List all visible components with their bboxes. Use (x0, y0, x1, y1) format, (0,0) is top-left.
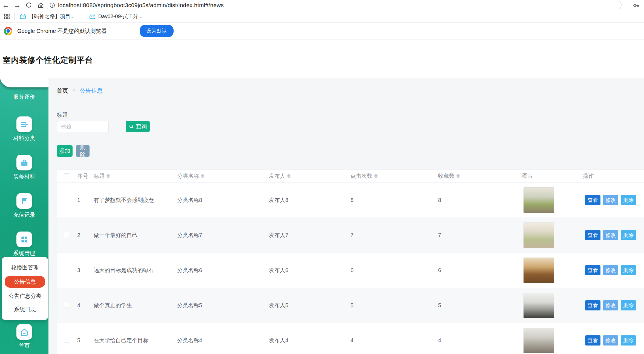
sort-caret-icon[interactable] (374, 174, 378, 178)
cell-publisher: 发布人8 (269, 196, 350, 204)
briefcase-icon[interactable] (16, 155, 32, 170)
sort-caret-icon[interactable] (201, 174, 204, 178)
sidebar-item-label: 服务评价 (13, 93, 35, 101)
sidebar-item-label: 首页 (19, 342, 30, 350)
row-checkbox[interactable] (64, 267, 69, 272)
cell-actions: 查看 修改 删除 (583, 300, 644, 310)
table-header-cell[interactable]: 序号 (77, 172, 94, 180)
row-photo (524, 293, 554, 318)
edit-button[interactable]: 修改 (603, 300, 618, 310)
view-button[interactable]: 查看 (585, 195, 600, 205)
sort-caret-icon[interactable] (456, 174, 460, 178)
sidebar-item-1[interactable]: 服务评价 (0, 91, 48, 101)
submenu-item[interactable]: 轮播图管理 (2, 261, 48, 274)
sidebar-item-label: 充值记录 (13, 211, 35, 219)
edit-button[interactable]: 修改 (603, 230, 618, 240)
sidebar-item-2[interactable]: 材料分类 (0, 116, 48, 142)
cell-favorites: 7 (438, 232, 522, 238)
row-delete-button[interactable]: 删除 (621, 195, 636, 205)
cell-index: 3 (77, 267, 94, 273)
sidebar-item-3[interactable]: 装修材料 (0, 155, 48, 180)
row-checkbox[interactable] (64, 197, 69, 202)
table-header-row: 序号 标题 分类名称 发布人 点击次数 收藏数 (57, 170, 644, 183)
sort-caret-icon[interactable] (287, 174, 291, 178)
row-delete-button[interactable]: 删除 (621, 300, 636, 310)
search-input[interactable] (57, 121, 109, 132)
table-header-cell[interactable]: 标题 (94, 172, 177, 180)
table-header-cell[interactable]: 操作 (583, 172, 644, 180)
table-header-cell[interactable]: 图片 (522, 172, 583, 180)
table-toolbar: 添加 删除 (57, 145, 644, 157)
header-label: 操作 (583, 172, 594, 180)
sidebar-item-home[interactable]: 首页 (0, 324, 48, 350)
sidebar-submenu: 轮播图管理 公告信息 公告信息分类 系统日志 (2, 257, 48, 320)
table-header-cell[interactable]: 发布人 (269, 172, 350, 180)
cell-title: 远大的目标是成功的磁石 (94, 267, 177, 274)
cell-category: 分类名称7 (177, 232, 269, 239)
cell-actions: 查看 修改 删除 (583, 195, 644, 205)
breadcrumb-current[interactable]: 公告信息 (80, 87, 103, 95)
cell-actions: 查看 修改 删除 (583, 230, 644, 240)
view-button[interactable]: 查看 (585, 335, 600, 346)
banner-text: Google Chrome 不是您的默认浏览器 (17, 27, 107, 35)
bookmarks-separator (14, 13, 15, 20)
cell-clicks: 5 (350, 302, 438, 309)
sidebar-item-4[interactable]: 充值记录 (0, 193, 48, 219)
view-button[interactable]: 查看 (585, 300, 600, 310)
search-button[interactable]: 查询 (126, 121, 150, 132)
delete-button[interactable]: 删除 (76, 145, 90, 157)
edit-button[interactable]: 修改 (603, 265, 618, 275)
cell-clicks: 4 (350, 337, 438, 344)
row-checkbox[interactable] (64, 232, 69, 237)
breadcrumb-root[interactable]: 首页 (57, 87, 68, 95)
grid-icon[interactable] (16, 232, 32, 247)
cell-category: 分类名称4 (177, 337, 269, 344)
cell-category: 分类名称6 (177, 267, 269, 274)
sort-caret-icon[interactable] (107, 174, 110, 178)
list-icon[interactable] (16, 116, 32, 132)
bookmark-item[interactable]: 【码神之路】项目... (19, 13, 75, 20)
table-header-cell[interactable]: 分类名称 (177, 172, 269, 180)
submenu-item[interactable]: 公告信息分类 (2, 289, 48, 303)
table-header-cell[interactable]: 点击次数 (350, 172, 438, 180)
bookmark-label: 【码神之路】项目... (29, 13, 75, 20)
key-icon[interactable] (633, 2, 640, 9)
select-all-checkbox[interactable] (64, 173, 69, 179)
sidebar-item-5[interactable]: 系统管理 (0, 232, 48, 257)
row-delete-button[interactable]: 删除 (621, 230, 636, 240)
address-bar[interactable]: localhost:8080/springboot3c09jo5s/admin/… (46, 1, 622, 9)
row-delete-button[interactable]: 删除 (621, 265, 636, 275)
flag-icon[interactable] (16, 193, 32, 209)
home-icon (20, 327, 29, 337)
row-checkbox[interactable] (64, 302, 69, 307)
submenu-item[interactable]: 系统日志 (2, 303, 48, 316)
cell-actions: 查看 修改 删除 (583, 265, 644, 275)
bookmark-item[interactable]: Day02-09-员工分... (89, 13, 143, 20)
cell-clicks: 8 (350, 197, 438, 203)
info-icon[interactable] (49, 2, 55, 8)
bilibili-icon (19, 13, 26, 20)
search-row: 查询 (57, 121, 644, 132)
set-default-button[interactable]: 设为默认 (140, 25, 174, 37)
bookmark-label: Day02-09-员工分... (98, 13, 143, 20)
table-row: 5 在大学给自己定个目标 分类名称4 发布人4 4 4 查看 修改 删除 (57, 323, 644, 354)
table-row: 4 做个真正的学生 分类名称5 发布人5 5 5 查看 修改 删除 (57, 288, 644, 323)
url-text[interactable]: localhost:8080/springboot3c09jo5s/admin/… (58, 2, 224, 8)
view-button[interactable]: 查看 (585, 230, 600, 240)
app-header: 室内装修个性化定制平台 (0, 39, 644, 78)
browser-home-icon[interactable] (36, 1, 45, 10)
edit-button[interactable]: 修改 (603, 335, 618, 346)
cell-clicks: 6 (350, 267, 438, 273)
view-button[interactable]: 查看 (585, 265, 600, 275)
submenu-item[interactable]: 公告信息 (5, 276, 45, 288)
add-button[interactable]: 添加 (57, 145, 73, 157)
back-icon[interactable]: ← (1, 1, 10, 10)
table-header-cell[interactable]: 收藏数 (438, 172, 522, 180)
row-delete-button[interactable]: 删除 (621, 335, 636, 346)
reload-icon[interactable] (24, 1, 33, 10)
row-checkbox[interactable] (64, 337, 69, 342)
edit-button[interactable]: 修改 (603, 195, 618, 205)
forward-icon[interactable]: → (13, 1, 22, 10)
apps-grid-icon[interactable] (3, 13, 10, 20)
cell-index: 2 (77, 232, 94, 238)
